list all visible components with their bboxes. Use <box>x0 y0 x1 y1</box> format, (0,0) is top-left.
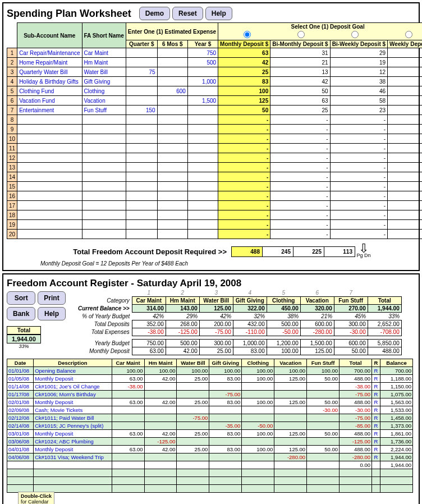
cell-amount[interactable]: 63.00 <box>112 375 144 383</box>
cell-short[interactable]: Vacation <box>82 96 126 106</box>
cell-name[interactable]: Car Repair/Maintenance <box>17 48 82 58</box>
cell-date[interactable]: 01/05/08 <box>7 375 34 383</box>
cell-amount[interactable] <box>112 438 144 446</box>
cell-amount[interactable] <box>177 438 209 446</box>
cell-short[interactable]: Hm Maint <box>82 58 126 67</box>
cell-6mos[interactable] <box>157 115 187 125</box>
cell-6mos[interactable] <box>157 125 187 134</box>
cell-amount[interactable]: 50.00 <box>307 375 340 383</box>
cell-amount[interactable]: 125.00 <box>274 430 307 438</box>
cell-amount[interactable]: 25.00 <box>177 375 209 383</box>
cell-amount[interactable]: 42.00 <box>144 430 177 438</box>
cell-amount[interactable]: 50.00 <box>307 446 340 453</box>
cell-quarter[interactable]: 75 <box>126 67 157 77</box>
cell-amount[interactable] <box>209 406 242 414</box>
cell-desc[interactable]: Ck#1015; JC Penney's (split) <box>34 422 112 430</box>
cell-6mos[interactable] <box>157 230 187 239</box>
cell-short[interactable]: Gift Giving <box>82 77 126 86</box>
cell-name[interactable] <box>17 125 82 134</box>
cell-6mos[interactable] <box>157 163 187 172</box>
cell-r[interactable]: R <box>372 438 380 446</box>
cell-year[interactable] <box>187 163 218 172</box>
reset-button[interactable]: Reset <box>172 7 203 20</box>
cell-amount[interactable] <box>274 406 307 414</box>
cell-short[interactable] <box>82 153 126 163</box>
cell-short[interactable] <box>82 115 126 125</box>
cell-amount[interactable]: 83.00 <box>209 375 242 383</box>
cell-year[interactable] <box>187 182 218 191</box>
cell-name[interactable]: Vacation Fund <box>17 96 82 106</box>
cell-quarter[interactable] <box>126 48 157 58</box>
cell-amount[interactable]: -38.00 <box>112 383 144 391</box>
cell-r[interactable]: R <box>372 391 380 398</box>
cell-amount[interactable]: -35.00 <box>209 422 242 430</box>
bank-button[interactable]: Bank <box>7 307 35 320</box>
cell-name[interactable] <box>17 210 82 220</box>
cell-quarter[interactable] <box>126 201 157 210</box>
cell-amount[interactable] <box>242 383 274 391</box>
cell-r[interactable]: R <box>372 406 380 414</box>
cell-amount[interactable] <box>144 453 177 461</box>
cell-r[interactable]: R <box>372 446 380 453</box>
cell-r[interactable]: R <box>372 367 380 375</box>
cell-amount[interactable]: 63.00 <box>112 446 144 453</box>
cell-amount[interactable]: 100.00 <box>177 367 209 375</box>
cell-short[interactable] <box>82 182 126 191</box>
cell-name[interactable] <box>17 134 82 144</box>
cell-amount[interactable]: 100.00 <box>242 375 274 383</box>
cell-amount[interactable]: -30.00 <box>307 406 340 414</box>
cell-amount[interactable] <box>274 438 307 446</box>
cell-r[interactable]: R <box>372 383 380 391</box>
cell-6mos[interactable] <box>157 48 187 58</box>
cell-amount[interactable] <box>209 453 242 461</box>
cell-year[interactable] <box>187 115 218 125</box>
cell-short[interactable]: Car Maint <box>82 48 126 58</box>
cell-year[interactable] <box>187 153 218 163</box>
cell-quarter[interactable] <box>126 77 157 86</box>
cell-year[interactable]: 750 <box>187 48 218 58</box>
cell-date[interactable]: 02/09/08 <box>7 406 34 414</box>
cell-amount[interactable]: 125.00 <box>274 398 307 406</box>
cell-amount[interactable]: -125.00 <box>144 438 177 446</box>
cell-amount[interactable] <box>242 438 274 446</box>
cell-year[interactable] <box>187 134 218 144</box>
cell-r[interactable]: R <box>372 375 380 383</box>
cell-date[interactable]: 02/01/08 <box>7 398 34 406</box>
cell-amount[interactable]: -75.00 <box>177 414 209 422</box>
cell-name[interactable] <box>17 182 82 191</box>
cell-amount[interactable] <box>144 383 177 391</box>
cell-6mos[interactable] <box>157 201 187 210</box>
radio-bimonthly[interactable] <box>297 31 305 38</box>
demo-button[interactable]: Demo <box>139 7 170 20</box>
cell-6mos[interactable] <box>157 106 187 115</box>
cell-amount[interactable] <box>307 383 340 391</box>
cell-short[interactable] <box>82 172 126 182</box>
cell-amount[interactable] <box>177 422 209 430</box>
pgdn-icon[interactable]: ⇩ <box>355 245 372 253</box>
cell-6mos[interactable] <box>157 191 187 201</box>
cell-year[interactable] <box>187 125 218 134</box>
radio-monthly[interactable] <box>244 31 251 38</box>
cell-amount[interactable]: 100.00 <box>209 367 242 375</box>
cell-amount[interactable]: 100.00 <box>307 367 340 375</box>
cell-amount[interactable]: 63.00 <box>112 398 144 406</box>
cell-name[interactable] <box>17 201 82 210</box>
cell-amount[interactable]: 100.00 <box>274 367 307 375</box>
cell-name[interactable] <box>17 220 82 230</box>
cell-quarter[interactable] <box>126 210 157 220</box>
cell-quarter[interactable] <box>126 96 157 106</box>
cell-date[interactable]: 04/06/08 <box>7 453 34 461</box>
cell-amount[interactable]: 100.00 <box>242 367 274 375</box>
cell-amount[interactable] <box>112 391 144 398</box>
cell-amount[interactable] <box>144 406 177 414</box>
cell-amount[interactable] <box>274 391 307 398</box>
cell-quarter[interactable] <box>126 86 157 96</box>
cell-amount[interactable] <box>112 453 144 461</box>
cell-amount[interactable]: -75.00 <box>209 391 242 398</box>
cell-r[interactable]: R <box>372 398 380 406</box>
cell-short[interactable]: Clothing <box>82 86 126 96</box>
cell-desc[interactable]: Monthly Deposit <box>34 446 112 453</box>
cell-r[interactable]: R <box>372 422 380 430</box>
cell-amount[interactable] <box>307 438 340 446</box>
cell-name[interactable] <box>17 144 82 153</box>
